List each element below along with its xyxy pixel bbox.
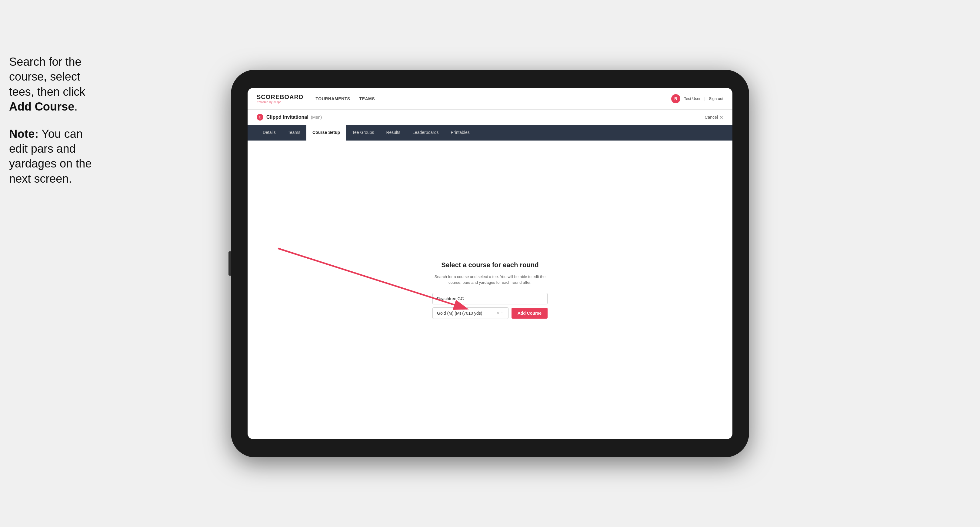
tab-leaderboards[interactable]: Leaderboards bbox=[406, 125, 445, 141]
add-course-button[interactable]: Add Course bbox=[512, 308, 547, 319]
tee-select-icons: ✕ ⌃ bbox=[497, 311, 504, 315]
signout-link[interactable]: Sign out bbox=[709, 96, 723, 101]
instruction-text: Search for the course, select tees, then… bbox=[9, 54, 94, 114]
nav-teams[interactable]: TEAMS bbox=[360, 96, 375, 101]
screen: SCOREBOARD Powered by clippd TOURNAMENTS… bbox=[248, 88, 732, 439]
user-area: R Test User | Sign out bbox=[671, 94, 723, 103]
tee-clear-icon[interactable]: ✕ bbox=[497, 311, 500, 315]
tab-printables[interactable]: Printables bbox=[445, 125, 476, 141]
cancel-label: Cancel bbox=[705, 115, 718, 120]
card-title: Select a course for each round bbox=[433, 261, 547, 269]
tab-course-setup[interactable]: Course Setup bbox=[306, 125, 346, 141]
separator: | bbox=[704, 96, 705, 101]
main-nav: TOURNAMENTS TEAMS bbox=[315, 96, 671, 101]
card-description: Search for a course and select a tee. Yo… bbox=[433, 274, 547, 286]
subnav: Details Teams Course Setup Tee Groups Re… bbox=[248, 125, 732, 141]
user-label: Test User bbox=[684, 96, 701, 101]
chevron-up-icon[interactable]: ⌃ bbox=[501, 311, 504, 315]
logo-title: SCOREBOARD bbox=[257, 94, 303, 100]
tablet-shell: SCOREBOARD Powered by clippd TOURNAMENTS… bbox=[231, 70, 749, 457]
instruction-panel: Search for the course, select tees, then… bbox=[9, 54, 94, 198]
cancel-button[interactable]: Cancel ✕ bbox=[705, 114, 723, 120]
course-search-input[interactable] bbox=[433, 293, 547, 305]
instruction-note: Note: You can edit pars and yardages on … bbox=[9, 127, 94, 187]
instruction-bold: Add Course bbox=[9, 100, 74, 113]
desc-line1: Search for a course and select a tee. Yo… bbox=[434, 275, 546, 279]
logo-brand: clippd bbox=[274, 100, 282, 103]
tee-value: Gold (M) (M) (7010 yds) bbox=[437, 311, 482, 316]
tee-select[interactable]: Gold (M) (M) (7010 yds) ✕ ⌃ bbox=[433, 307, 509, 319]
topnav: SCOREBOARD Powered by clippd TOURNAMENTS… bbox=[248, 88, 732, 110]
nav-tournaments[interactable]: TOURNAMENTS bbox=[315, 96, 350, 101]
avatar: R bbox=[671, 94, 680, 103]
desc-line2: course, pars and yardages for each round… bbox=[449, 280, 531, 285]
cancel-icon: ✕ bbox=[719, 114, 723, 120]
tab-tee-groups[interactable]: Tee Groups bbox=[346, 125, 380, 141]
course-card: Select a course for each round Search fo… bbox=[433, 261, 547, 319]
tee-row: Gold (M) (M) (7010 yds) ✕ ⌃ Add Course bbox=[433, 307, 547, 319]
logo: SCOREBOARD Powered by clippd bbox=[257, 94, 303, 103]
tournament-header: C Clippd Invitational (Men) Cancel ✕ bbox=[248, 110, 732, 125]
tournament-type: (Men) bbox=[311, 115, 322, 120]
tournament-icon: C bbox=[257, 114, 263, 121]
logo-subtitle: Powered by clippd bbox=[257, 100, 303, 103]
logo-subtitle-pre: Powered by bbox=[257, 100, 274, 103]
tournament-name: Clippd Invitational bbox=[266, 114, 309, 120]
tab-teams[interactable]: Teams bbox=[282, 125, 306, 141]
main-content: Select a course for each round Search fo… bbox=[248, 141, 732, 439]
note-label: Note: bbox=[9, 127, 38, 140]
tab-results[interactable]: Results bbox=[380, 125, 406, 141]
tab-details[interactable]: Details bbox=[257, 125, 282, 141]
